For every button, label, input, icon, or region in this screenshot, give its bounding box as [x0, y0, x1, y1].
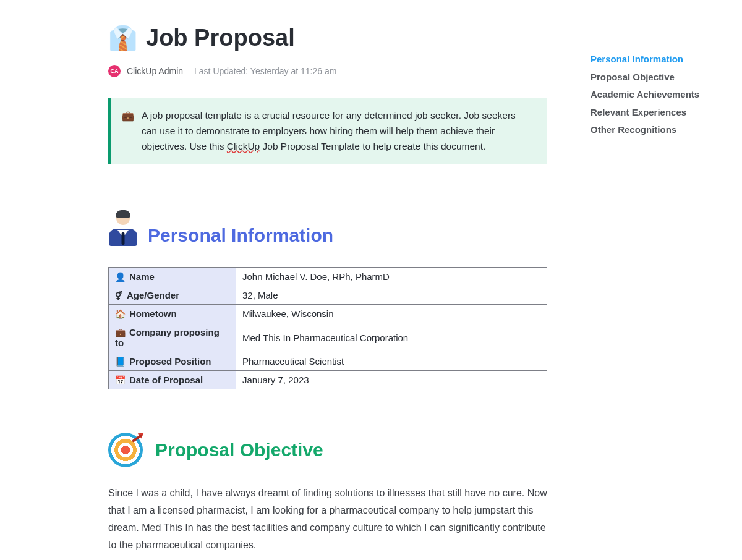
table-row: 📘Proposed Position Pharmaceutical Scient…: [109, 352, 547, 371]
nav-item-proposal-objective[interactable]: Proposal Objective: [591, 69, 714, 87]
label-hometown: Hometown: [129, 308, 177, 319]
outline-nav: Personal Information Proposal Objective …: [591, 51, 714, 139]
calendar-icon: 📅: [115, 375, 126, 385]
person-silhouette-icon: 👤: [115, 272, 126, 282]
meta-row: CA ClickUp Admin Last Updated: Yesterday…: [108, 65, 547, 77]
label-name: Name: [129, 271, 155, 282]
nav-item-relevant-experiences[interactable]: Relevant Experiences: [591, 104, 714, 122]
table-row: 👤Name John Michael V. Doe, RPh, PharmD: [109, 268, 547, 286]
value-date: January 7, 2023: [236, 371, 547, 389]
author-name: ClickUp Admin: [127, 66, 183, 76]
briefcase-icon: 💼: [122, 108, 134, 154]
value-company: Med This In Pharmaceutical Corporation: [236, 323, 547, 352]
clickup-link[interactable]: ClickUp: [227, 141, 260, 151]
page-title: Job Proposal: [146, 25, 295, 51]
document-body: 👔 Job Proposal CA ClickUp Admin Last Upd…: [108, 25, 547, 554]
nav-item-personal-information[interactable]: Personal Information: [591, 51, 714, 69]
divider: [108, 185, 547, 185]
proposal-objective-body: Since I was a child, I have always dream…: [108, 485, 547, 554]
table-row: 💼Company proposing to Med This In Pharma…: [109, 323, 547, 352]
personal-information-title: Personal Information: [148, 225, 333, 246]
value-position: Pharmaceutical Scientist: [236, 352, 547, 371]
callout-text-after: Job Proposal Template to help create thi…: [260, 141, 485, 151]
briefcase-small-icon: 💼: [115, 328, 126, 337]
table-row: 📅Date of Proposal January 7, 2023: [109, 371, 547, 389]
value-hometown: Milwaukee, Wisconsin: [236, 305, 547, 323]
house-icon: 🏠: [115, 309, 126, 319]
nav-item-academic-achievements[interactable]: Academic Achievements: [591, 86, 714, 104]
gender-icon: ⚥: [115, 291, 123, 300]
table-row: ⚥Age/Gender 32, Male: [109, 286, 547, 305]
last-updated-prefix: Last Updated:: [194, 66, 250, 76]
label-position: Proposed Position: [129, 356, 211, 367]
last-updated-value: Yesterday at 11:26 am: [250, 66, 337, 76]
value-age-gender: 32, Male: [236, 286, 547, 305]
book-icon: 📘: [115, 357, 126, 367]
nav-item-other-recognitions[interactable]: Other Recognitions: [591, 121, 714, 139]
last-updated: Last Updated: Yesterday at 11:26 am: [194, 66, 336, 76]
avatar: CA: [108, 65, 121, 77]
section-personal-info-heading: Personal Information: [108, 210, 547, 246]
table-row: 🏠Hometown Milwaukee, Wisconsin: [109, 305, 547, 323]
suit-icon: 👔: [108, 27, 137, 50]
proposal-objective-title: Proposal Objective: [155, 439, 323, 460]
label-company: Company proposing to: [115, 327, 220, 348]
personal-info-table: 👤Name John Michael V. Doe, RPh, PharmD ⚥…: [108, 267, 547, 389]
intro-callout: 💼 A job proposal template is a crucial r…: [108, 98, 547, 164]
value-name: John Michael V. Doe, RPh, PharmD: [236, 268, 547, 286]
section-proposal-objective-heading: Proposal Objective: [108, 433, 547, 467]
callout-text: A job proposal template is a crucial res…: [142, 108, 534, 154]
title-row: 👔 Job Proposal: [108, 25, 547, 51]
person-icon: [108, 210, 138, 246]
label-age-gender: Age/Gender: [127, 290, 179, 300]
target-icon: [108, 433, 143, 467]
label-date: Date of Proposal: [129, 375, 203, 385]
